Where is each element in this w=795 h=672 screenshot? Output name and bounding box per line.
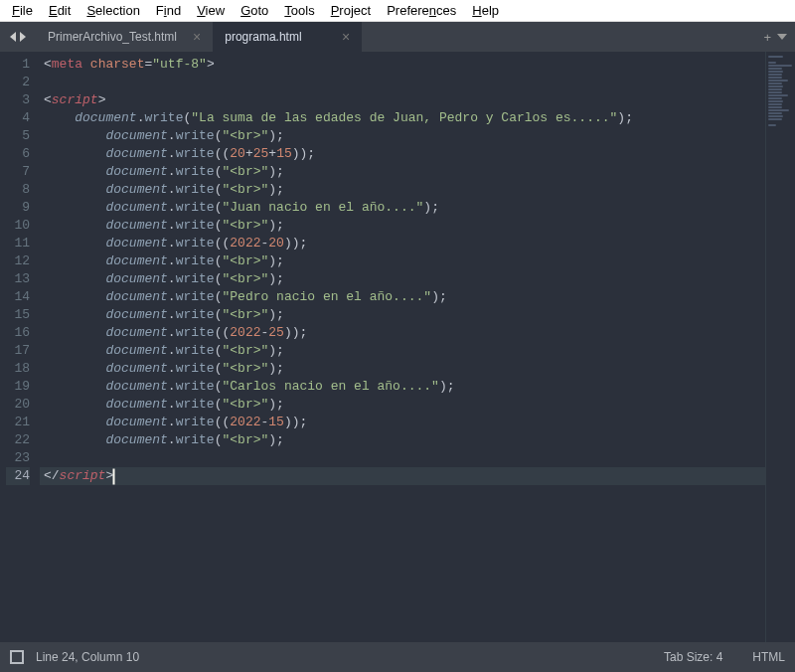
code-line[interactable]: document.write((2022-25)); [40, 324, 765, 342]
menu-selection[interactable]: Selection [79, 1, 147, 20]
menu-project[interactable]: Project [323, 1, 379, 20]
menu-tools[interactable]: Tools [276, 1, 322, 20]
line-number: 19 [6, 378, 30, 396]
minimap-line [768, 62, 776, 64]
menu-help[interactable]: Help [464, 1, 507, 20]
minimap-line [768, 74, 782, 76]
code-line[interactable]: document.write("<br>"); [40, 163, 765, 181]
line-number: 15 [6, 306, 30, 324]
code-line[interactable]: document.write("<br>"); [40, 431, 765, 449]
minimap-line [768, 106, 782, 108]
menu-preferences[interactable]: Preferences [379, 1, 464, 20]
code-line[interactable]: document.write("<br>"); [40, 252, 765, 270]
code-line[interactable]: document.write("Carlos nacio en el año..… [40, 378, 765, 396]
close-icon[interactable]: × [177, 29, 201, 45]
minimap-line [768, 94, 788, 96]
cursor-position[interactable]: Line 24, Column 10 [36, 650, 139, 664]
code-line[interactable] [40, 74, 765, 91]
line-number: 18 [6, 360, 30, 378]
minimap-line [768, 91, 782, 93]
minimap-line [768, 77, 782, 79]
line-number: 6 [6, 145, 30, 163]
line-number: 20 [6, 396, 30, 414]
minimap-line [768, 56, 783, 58]
minimap-line [768, 71, 783, 73]
minimap-line [768, 124, 776, 126]
line-number: 4 [6, 109, 30, 127]
minimap-line [768, 118, 782, 120]
minimap-line [768, 115, 783, 117]
minimap-line [768, 85, 783, 87]
minimap-line [768, 100, 783, 102]
line-number: 5 [6, 127, 30, 145]
code-line[interactable]: document.write("<br>"); [40, 270, 765, 288]
code-line[interactable]: document.write("<br>"); [40, 396, 765, 414]
minimap-line [768, 80, 788, 82]
minimap-line [768, 97, 782, 99]
code-area[interactable]: <meta charset="utf-8"><script> document.… [40, 52, 765, 642]
line-gutter[interactable]: 123456789101112131415161718192021222324 [0, 52, 40, 642]
code-line[interactable]: document.write("Juan nacio en el año....… [40, 199, 765, 217]
code-line[interactable]: <meta charset="utf-8"> [40, 56, 765, 74]
line-number: 11 [6, 235, 30, 252]
tab-size[interactable]: Tab Size: 4 [664, 650, 722, 664]
line-number: 12 [6, 252, 30, 270]
tab-label: PrimerArchivo_Test.html [48, 30, 177, 44]
line-number: 13 [6, 270, 30, 288]
menu-file[interactable]: File [4, 1, 41, 20]
line-number: 21 [6, 414, 30, 431]
code-line[interactable]: document.write((2022-20)); [40, 235, 765, 252]
code-line[interactable]: <script> [40, 91, 765, 109]
minimap-line [768, 88, 782, 90]
line-number: 10 [6, 217, 30, 235]
minimap-line [768, 109, 789, 111]
line-number: 16 [6, 324, 30, 342]
line-number: 2 [6, 74, 30, 91]
tab-menu-icon[interactable] [777, 34, 787, 40]
code-line[interactable]: document.write("<br>"); [40, 342, 765, 360]
line-number: 3 [6, 91, 30, 109]
code-line[interactable]: document.write("<br>"); [40, 217, 765, 235]
editor: 123456789101112131415161718192021222324 … [0, 52, 795, 642]
line-number: 7 [6, 163, 30, 181]
close-icon[interactable]: × [326, 29, 350, 45]
tab-inactive[interactable]: PrimerArchivo_Test.html × [36, 22, 213, 52]
menu-find[interactable]: Find [148, 1, 189, 20]
line-number: 14 [6, 288, 30, 306]
tab-active[interactable]: programa.html × [213, 22, 362, 52]
minimap-line [768, 112, 782, 114]
code-line[interactable]: document.write("<br>"); [40, 306, 765, 324]
tab-nav[interactable] [0, 22, 36, 52]
line-number: 17 [6, 342, 30, 360]
minimap-line [768, 83, 782, 84]
line-number: 22 [6, 431, 30, 449]
line-number: 23 [6, 449, 30, 467]
line-number: 24 [6, 467, 30, 485]
code-line[interactable]: document.write((2022-15)); [40, 414, 765, 431]
code-line[interactable]: document.write("Pedro nacio en el año...… [40, 288, 765, 306]
code-line[interactable]: </script> [40, 467, 765, 485]
code-line[interactable] [40, 449, 765, 467]
line-number: 8 [6, 181, 30, 199]
panel-toggle-icon[interactable] [10, 650, 24, 664]
line-number: 9 [6, 199, 30, 217]
minimap-line [768, 103, 782, 105]
line-number: 1 [6, 56, 30, 74]
tab-prev-icon[interactable] [10, 32, 16, 42]
code-line[interactable]: document.write("La suma de las edades de… [40, 109, 765, 127]
menu-goto[interactable]: Goto [233, 1, 276, 20]
code-line[interactable]: document.write("<br>"); [40, 127, 765, 145]
menu-edit[interactable]: Edit [41, 1, 79, 20]
tab-next-icon[interactable] [20, 32, 26, 42]
syntax-mode[interactable]: HTML [752, 650, 785, 664]
code-line[interactable]: document.write((20+25+15)); [40, 145, 765, 163]
minimap[interactable] [765, 52, 795, 642]
menu-bar: File Edit Selection Find View Goto Tools… [0, 0, 795, 22]
menu-view[interactable]: View [189, 1, 233, 20]
tab-actions: + [755, 22, 795, 52]
minimap-line [768, 65, 792, 67]
tab-bar: PrimerArchivo_Test.html × programa.html … [0, 22, 795, 52]
code-line[interactable]: document.write("<br>"); [40, 360, 765, 378]
code-line[interactable]: document.write("<br>"); [40, 181, 765, 199]
new-tab-icon[interactable]: + [763, 30, 771, 45]
